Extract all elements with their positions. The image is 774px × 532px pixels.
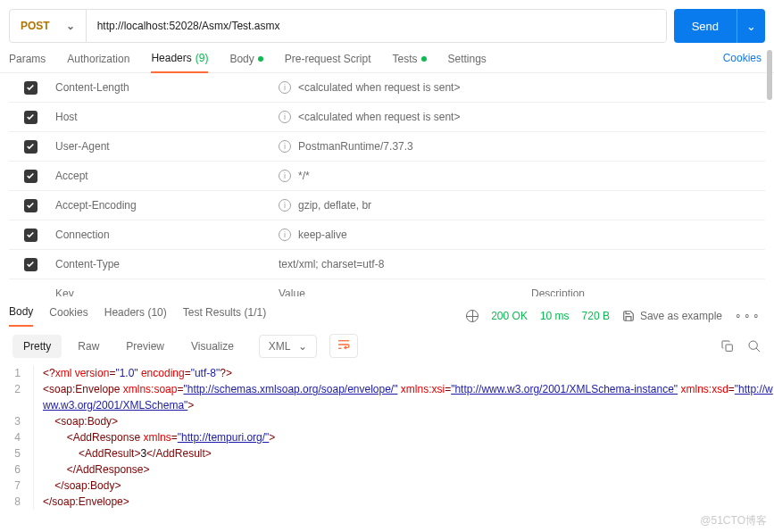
view-preview[interactable]: Preview — [115, 335, 175, 358]
header-key[interactable]: Connection — [52, 229, 275, 241]
info-icon: i — [279, 140, 291, 153]
header-row[interactable]: Content-Lengthi<calculated when request … — [9, 73, 765, 103]
save-as-example[interactable]: Save as example — [622, 310, 722, 322]
tab-params[interactable]: Params — [9, 52, 46, 72]
header-key[interactable]: Accept — [52, 170, 275, 182]
save-icon — [622, 310, 635, 322]
header-row[interactable]: Accepti*/* — [9, 162, 765, 191]
watermark: @51CTO博客 — [700, 513, 767, 528]
header-key[interactable]: Content-Length — [52, 81, 275, 94]
info-icon: i — [279, 81, 291, 94]
tab-prerequest[interactable]: Pre-request Script — [285, 52, 371, 72]
resp-headers-label: Headers — [104, 306, 145, 319]
info-icon: i — [279, 170, 291, 182]
resp-tab-body[interactable]: Body — [9, 305, 33, 327]
tab-body-label: Body — [229, 53, 254, 65]
http-method-select[interactable]: POST ⌄ — [10, 10, 87, 42]
tab-headers-count: (9) — [196, 52, 209, 64]
wrap-icon — [337, 339, 350, 350]
tab-tests[interactable]: Tests — [392, 52, 426, 72]
resp-tests-label: Test Results — [183, 306, 241, 319]
header-value[interactable]: ikeep-alive — [275, 229, 524, 241]
resp-tab-tests[interactable]: Test Results (1/1) — [183, 306, 266, 326]
info-icon: i — [279, 229, 291, 241]
request-tabs: Params Authorization Headers (9) Body Pr… — [0, 43, 774, 73]
header-value[interactable]: iPostmanRuntime/7.37.3 — [275, 140, 524, 153]
header-row-empty[interactable] — [9, 279, 765, 296]
checkbox[interactable] — [24, 170, 37, 183]
view-options-bar: Pretty Raw Preview Visualize XML ⌄ — [0, 327, 774, 365]
info-icon: i — [279, 111, 291, 123]
header-key-input[interactable] — [55, 287, 271, 296]
header-value[interactable]: i<calculated when request is sent> — [275, 81, 524, 94]
method-url-bar: POST ⌄ — [9, 9, 667, 43]
header-value[interactable]: i<calculated when request is sent> — [275, 111, 524, 123]
checkbox[interactable] — [24, 140, 37, 154]
wrap-lines-button[interactable] — [329, 334, 358, 358]
chevron-down-icon: ⌄ — [298, 340, 307, 353]
chevron-down-icon: ⌄ — [66, 20, 75, 32]
header-key[interactable]: User-Agent — [52, 140, 275, 153]
header-value-input[interactable] — [279, 287, 520, 296]
send-dropdown[interactable]: ⌄ — [737, 9, 765, 43]
url-input[interactable] — [87, 10, 666, 42]
status-code: 200 OK — [491, 310, 528, 322]
save-label: Save as example — [640, 310, 722, 322]
resp-headers-count: (10) — [147, 306, 166, 319]
header-key[interactable]: Content-Type — [52, 258, 275, 270]
svg-line-4 — [756, 348, 760, 352]
svg-rect-2 — [726, 345, 732, 351]
checkbox[interactable] — [24, 258, 37, 271]
resp-tab-cookies[interactable]: Cookies — [49, 306, 87, 326]
language-select[interactable]: XML ⌄ — [259, 335, 317, 358]
checkbox[interactable] — [24, 111, 37, 124]
language-label: XML — [269, 340, 291, 353]
view-pretty[interactable]: Pretty — [12, 335, 62, 358]
resp-tab-headers[interactable]: Headers (10) — [104, 306, 167, 326]
resp-tests-count: (1/1) — [244, 306, 266, 319]
header-row[interactable]: Content-Typetext/xml; charset=utf-8 — [9, 250, 765, 279]
response-tabs: Body Cookies Headers (10) Test Results (… — [0, 296, 774, 327]
tests-dot-icon — [421, 56, 427, 62]
view-raw[interactable]: Raw — [67, 335, 110, 358]
svg-point-3 — [749, 341, 757, 349]
checkbox[interactable] — [24, 81, 37, 95]
header-key[interactable]: Accept-Encoding — [52, 199, 275, 212]
header-row[interactable]: User-AgentiPostmanRuntime/7.37.3 — [9, 132, 765, 162]
tab-body[interactable]: Body — [229, 52, 262, 72]
info-icon: i — [279, 199, 291, 212]
cookies-link[interactable]: Cookies — [723, 52, 762, 64]
header-row[interactable]: Hosti<calculated when request is sent> — [9, 103, 765, 132]
tab-headers[interactable]: Headers (9) — [151, 52, 208, 73]
checkbox[interactable] — [24, 229, 37, 242]
header-value[interactable]: igzip, deflate, br — [275, 199, 524, 212]
response-body[interactable]: 1<?xml version="1.0" encoding="utf-8"?> … — [0, 365, 774, 510]
header-value[interactable]: text/xml; charset=utf-8 — [275, 258, 524, 270]
tab-settings[interactable]: Settings — [448, 52, 487, 72]
tab-headers-label: Headers — [151, 52, 191, 64]
http-method-label: POST — [21, 20, 50, 32]
tab-tests-label: Tests — [392, 53, 417, 65]
header-row[interactable]: Accept-Encodingigzip, deflate, br — [9, 191, 765, 220]
resp-size: 720 B — [582, 310, 610, 322]
send-button-label: Send — [674, 9, 737, 43]
headers-table: Content-Lengthi<calculated when request … — [0, 73, 774, 296]
search-icon[interactable] — [747, 339, 762, 353]
header-value[interactable]: i*/* — [275, 170, 524, 182]
more-menu-icon[interactable]: ∘∘∘ — [735, 310, 762, 322]
scrollbar[interactable] — [767, 50, 772, 100]
header-desc-input[interactable] — [531, 287, 758, 296]
header-key[interactable]: Host — [52, 111, 275, 123]
globe-icon[interactable] — [466, 310, 479, 322]
checkbox[interactable] — [24, 199, 37, 212]
send-button[interactable]: Send ⌄ — [674, 9, 765, 43]
view-visualize[interactable]: Visualize — [180, 335, 245, 358]
tab-authorization[interactable]: Authorization — [67, 52, 129, 72]
header-row[interactable]: Connectionikeep-alive — [9, 220, 765, 250]
copy-icon[interactable] — [720, 339, 735, 353]
resp-time: 10 ms — [540, 310, 570, 322]
body-dot-icon — [258, 56, 263, 62]
